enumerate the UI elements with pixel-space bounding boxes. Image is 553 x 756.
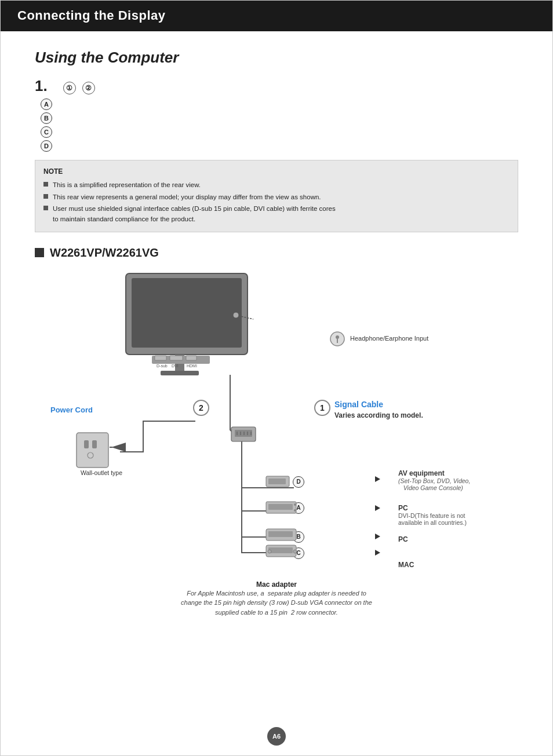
- model-heading: W2261VP/W2261VG: [35, 246, 518, 260]
- arrow-av: [375, 476, 384, 482]
- svg-rect-32: [268, 504, 293, 510]
- svg-point-6: [233, 312, 239, 318]
- arrow-pc2-icon: [375, 534, 380, 539]
- mac-adapter-body: For Apple Macintosh use, a separate plug…: [35, 589, 518, 618]
- svg-point-39: [268, 550, 271, 553]
- svg-rect-17: [84, 440, 89, 448]
- svg-text:D-sub: D-sub: [157, 364, 168, 368]
- hdmi-connector: [265, 473, 294, 491]
- legend-item-a: A: [41, 98, 518, 110]
- page-header: Connecting the Display: [0, 0, 553, 31]
- arrow-mac-icon: [375, 550, 380, 556]
- header-title: Connecting the Display: [17, 8, 165, 23]
- note-item-1: This is a simplified representation of t…: [43, 180, 510, 190]
- mac-adapter-section: Mac adapter For Apple Macintosh use, a s…: [35, 580, 518, 618]
- page-badge: A6: [267, 727, 286, 746]
- step-number: 1. ① ②: [35, 77, 518, 95]
- svg-rect-36: [268, 531, 293, 537]
- main-content: Using the Computer 1. ① ② A B C D NOTE T…: [0, 31, 553, 658]
- legend-item-b: B: [41, 112, 518, 124]
- power-number: 2: [193, 400, 209, 416]
- power-cord-label: Power Cord: [50, 406, 93, 414]
- badge-d: D: [293, 476, 304, 488]
- note-item-3: User must use shielded signal interface …: [43, 203, 510, 225]
- svg-rect-18: [92, 440, 97, 448]
- legend-item-c: C: [41, 126, 518, 138]
- pc1-label: PC DVI-D(This feature is notavailable in…: [398, 504, 467, 526]
- arrow-pc1-icon: [375, 505, 380, 511]
- svg-rect-9: [186, 356, 197, 360]
- arrow-mac: [375, 550, 384, 556]
- av-equipment-label: AV equipment (Set-Top Box, DVD, Video, V…: [398, 469, 470, 491]
- note-bullet-3: [43, 206, 48, 210]
- arrow-pc2: [375, 534, 384, 539]
- svg-text:DVI: DVI: [172, 364, 179, 368]
- note-bullet-1: [43, 182, 48, 187]
- svg-point-14: [336, 335, 339, 339]
- signal-cable-label: Signal Cable: [334, 400, 383, 409]
- mac-label: MAC: [398, 552, 414, 569]
- diagram-area: D-sub DVI HDMI Headphone/Earphone Input …: [50, 268, 503, 575]
- legend-circle-d: D: [41, 140, 52, 152]
- svg-point-40: [293, 550, 297, 553]
- svg-point-34: [294, 509, 296, 512]
- power-circle: 2: [193, 400, 209, 416]
- legend-circle-c: C: [41, 126, 52, 138]
- arrow-pc1: [375, 505, 384, 511]
- dsub-connector-b: [265, 527, 300, 543]
- note-item-2: This rear view represents a general mode…: [43, 192, 510, 202]
- dvi-connector: [265, 499, 300, 517]
- svg-rect-16: [77, 433, 108, 468]
- svg-marker-20: [111, 443, 126, 452]
- svg-point-33: [294, 503, 296, 506]
- pc2-label: PC: [398, 535, 408, 543]
- svg-rect-3: [161, 371, 199, 375]
- svg-rect-30: [268, 479, 286, 484]
- note-box: NOTE This is a simplified representation…: [35, 160, 518, 232]
- mac-adapter-title: Mac adapter: [35, 580, 518, 589]
- model-square-icon: [35, 248, 44, 257]
- varies-label: Varies according to model.: [334, 411, 423, 419]
- section-title: Using the Computer: [35, 49, 518, 67]
- headphone-label: Headphone/Earphone Input: [329, 330, 428, 348]
- wall-outlet-label: Wall-outlet type: [81, 469, 122, 476]
- note-bullet-2: [43, 194, 48, 199]
- svg-rect-8: [170, 356, 183, 360]
- circle-2: ②: [82, 82, 95, 94]
- legend-circle-b: B: [41, 112, 52, 124]
- dsub-connector-c: [265, 543, 300, 560]
- monitor-illustration: D-sub DVI HDMI: [120, 268, 253, 395]
- legend-item-d: D: [41, 140, 518, 152]
- svg-text:HDMI: HDMI: [187, 364, 197, 368]
- dsub-connector: [230, 424, 259, 447]
- svg-rect-1: [132, 278, 242, 348]
- arrow-av-icon: [375, 476, 380, 482]
- note-title: NOTE: [43, 166, 510, 177]
- signal-circle: 1: [314, 400, 330, 416]
- svg-rect-38: [268, 547, 293, 553]
- signal-number: 1: [314, 400, 330, 416]
- svg-rect-7: [155, 356, 166, 360]
- legend-circle-a: A: [41, 98, 52, 110]
- model-name: W2261VP/W2261VG: [50, 246, 159, 260]
- circle-1: ①: [63, 82, 76, 94]
